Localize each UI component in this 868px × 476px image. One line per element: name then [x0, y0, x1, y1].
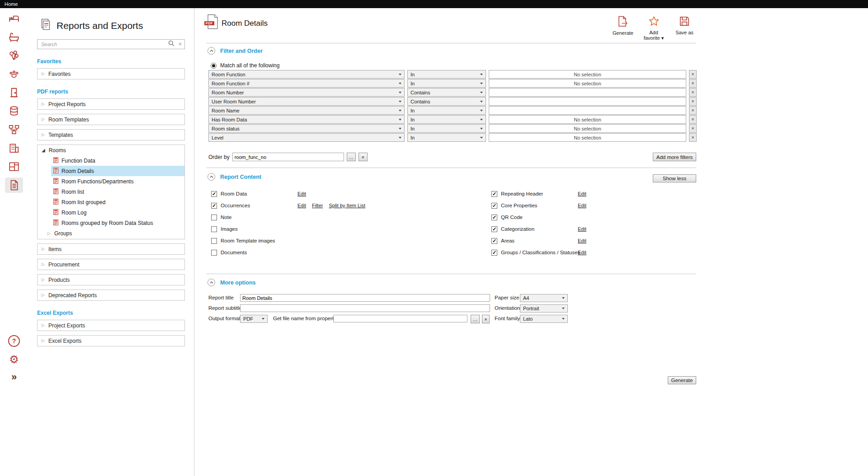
- sidebar-item-items[interactable]: ▷ Items: [37, 243, 185, 255]
- sidebar-item-groups[interactable]: ▷ Groups: [38, 228, 184, 239]
- door-icon[interactable]: [5, 85, 23, 100]
- filename-browse-icon[interactable]: …: [471, 315, 480, 323]
- paw-icon[interactable]: [5, 66, 23, 82]
- field-select[interactable]: User Room Number: [208, 97, 405, 106]
- value-input[interactable]: [489, 106, 686, 115]
- tree-item-room-functions-departments[interactable]: Room Functions/Departments: [38, 176, 184, 187]
- help-icon[interactable]: ?: [8, 335, 20, 347]
- sidebar-item-project-reports[interactable]: ▷ Project Reports: [37, 98, 185, 110]
- qr-code-checkbox[interactable]: ✓: [491, 215, 497, 220]
- filter-link[interactable]: Filter: [312, 203, 323, 208]
- sidebar-item-procurement[interactable]: ▷ Procurement: [37, 259, 185, 270]
- reports-icon[interactable]: [5, 177, 23, 193]
- field-select[interactable]: Room status: [208, 124, 405, 133]
- sidebar-item-deprecated-reports[interactable]: ▷ Deprecated Reports: [37, 289, 185, 301]
- edit-link[interactable]: Edit: [578, 238, 586, 243]
- occurrences-checkbox[interactable]: ✓: [211, 203, 217, 209]
- value-picker[interactable]: No selection: [489, 70, 686, 79]
- field-select[interactable]: Has Room Data: [208, 115, 405, 124]
- edit-link[interactable]: Edit: [297, 203, 306, 208]
- value-input[interactable]: [489, 88, 686, 97]
- documents-checkbox[interactable]: ✓: [211, 250, 217, 256]
- remove-filter-icon[interactable]: ×: [689, 79, 697, 88]
- search-icon[interactable]: [168, 40, 175, 48]
- save-as-button[interactable]: Save as: [673, 15, 696, 41]
- tree-item-room-details[interactable]: Room Details: [38, 166, 184, 176]
- value-picker[interactable]: No selection: [489, 124, 686, 133]
- database-icon[interactable]: [5, 103, 23, 119]
- filename-property-input[interactable]: [333, 315, 467, 322]
- show-less-button[interactable]: Show less: [653, 174, 696, 182]
- tree-item-room-log[interactable]: Room Log: [38, 207, 184, 218]
- orientation-select[interactable]: Portrait: [520, 304, 568, 313]
- generate-toolbar-button[interactable]: Generate: [611, 15, 635, 41]
- operator-select[interactable]: In: [407, 133, 486, 142]
- categorization-checkbox[interactable]: ✓: [491, 226, 497, 232]
- bathtub-icon[interactable]: [5, 29, 23, 45]
- building-icon[interactable]: [5, 140, 23, 156]
- collapse-section-icon[interactable]: [208, 47, 215, 55]
- report-subtitle-input[interactable]: [240, 304, 490, 312]
- order-by-input[interactable]: [232, 153, 344, 161]
- groups-classifications-statuses-checkbox[interactable]: ✓: [491, 250, 497, 256]
- tree-item-room-list-grouped[interactable]: Room list grouped: [38, 197, 184, 207]
- font-family-select[interactable]: Lato: [520, 315, 568, 323]
- operator-select[interactable]: In: [407, 115, 486, 124]
- remove-filter-icon[interactable]: ×: [689, 88, 697, 97]
- edit-link[interactable]: Edit: [578, 191, 586, 196]
- paper-size-select[interactable]: A4: [520, 294, 568, 302]
- field-select[interactable]: Room Name: [208, 106, 405, 115]
- edit-link[interactable]: Edit: [578, 250, 586, 255]
- collapse-section-icon[interactable]: [208, 173, 215, 181]
- order-by-clear-icon[interactable]: ×: [359, 153, 368, 161]
- report-title-input[interactable]: [240, 294, 490, 302]
- sidebar-item-project-exports[interactable]: ▷ Project Exports: [37, 320, 185, 331]
- remove-filter-icon[interactable]: ×: [689, 133, 697, 142]
- operator-select[interactable]: Contains: [407, 88, 486, 97]
- remove-filter-icon[interactable]: ×: [689, 97, 697, 106]
- sidebar-item-rooms[interactable]: ◢ Rooms: [38, 145, 184, 155]
- search-input[interactable]: [40, 41, 164, 47]
- note-checkbox[interactable]: ✓: [211, 215, 217, 220]
- tree-item-function-data[interactable]: Function Data: [38, 155, 184, 166]
- field-select[interactable]: Level: [208, 133, 405, 142]
- add-more-filters-button[interactable]: Add more filters: [653, 153, 696, 161]
- output-format-select[interactable]: PDF: [240, 315, 268, 323]
- value-picker[interactable]: No selection: [489, 79, 686, 88]
- balloons-icon[interactable]: [5, 48, 23, 63]
- room-data-checkbox[interactable]: ✓: [211, 191, 217, 197]
- remove-filter-icon[interactable]: ×: [689, 70, 697, 79]
- field-select[interactable]: Room Function: [208, 70, 405, 79]
- split-by-item-list-link[interactable]: Split by Item List: [329, 203, 365, 208]
- value-picker[interactable]: No selection: [489, 133, 686, 142]
- core-properties-checkbox[interactable]: ✓: [491, 203, 497, 209]
- edit-link[interactable]: Edit: [297, 191, 306, 196]
- sidebar-item-templates[interactable]: ▷ Templates: [37, 129, 185, 140]
- operator-select[interactable]: In: [407, 106, 486, 115]
- operator-select[interactable]: In: [407, 70, 486, 79]
- areas-checkbox[interactable]: ✓: [491, 238, 497, 244]
- value-picker[interactable]: No selection: [489, 115, 686, 124]
- expand-rail-icon[interactable]: »: [11, 372, 17, 382]
- sidebar-item-favorites[interactable]: ▷ Favorites: [37, 68, 185, 79]
- filename-clear-icon[interactable]: ×: [482, 315, 490, 323]
- value-input[interactable]: [489, 97, 686, 106]
- workflow-icon[interactable]: [5, 122, 23, 137]
- remove-filter-icon[interactable]: ×: [689, 124, 697, 133]
- room-template-images-checkbox[interactable]: ✓: [211, 238, 217, 244]
- room-layout-icon[interactable]: [5, 159, 23, 174]
- tree-item-rooms-grouped-by-room-data-status[interactable]: Rooms grouped by Room Data Status: [38, 218, 184, 228]
- match-all-radio[interactable]: [211, 63, 217, 69]
- sidebar-item-excel-exports[interactable]: ▷ Excel Exports: [37, 335, 185, 346]
- operator-select[interactable]: In: [407, 124, 486, 133]
- settings-gear-icon[interactable]: ⚙: [9, 354, 19, 365]
- field-select[interactable]: Room Number: [208, 88, 405, 97]
- operator-select[interactable]: In: [407, 79, 486, 88]
- clear-search-icon[interactable]: ×: [179, 42, 182, 47]
- sidebar-item-products[interactable]: ▷ Products: [37, 274, 185, 285]
- field-select[interactable]: Room Function #: [208, 79, 405, 88]
- generate-button[interactable]: Generate: [668, 376, 696, 384]
- edit-link[interactable]: Edit: [578, 203, 586, 208]
- tree-item-room-list[interactable]: Room list: [38, 187, 184, 197]
- operator-select[interactable]: Contains: [407, 97, 486, 106]
